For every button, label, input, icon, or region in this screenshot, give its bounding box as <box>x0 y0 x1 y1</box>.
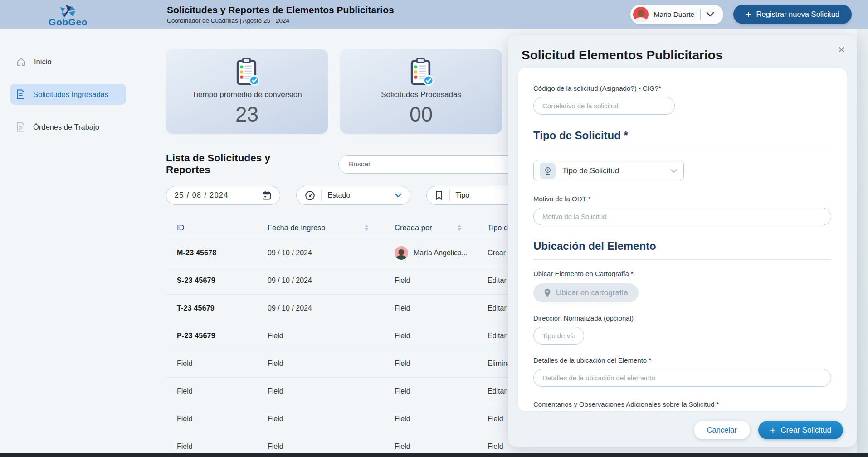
drawer-title: Solicitud Elementos Publicitarios <box>522 48 722 63</box>
cell-id: T-23 45679 <box>166 304 257 312</box>
cell-id: Field <box>166 442 257 451</box>
app-root: GobGeo Solicitudes y Reportes de Element… <box>0 0 868 457</box>
register-solicitud-button[interactable]: + Registrar nueva Solicitud <box>733 5 852 24</box>
creada-por-name: Field <box>395 387 410 395</box>
detalles-input[interactable] <box>533 369 831 387</box>
cell-creada-por: Field <box>384 442 477 451</box>
cell-creada-por: Field <box>384 387 477 395</box>
stat-label: Tiempo promedio de conversión <box>192 90 302 99</box>
cell-id: M-23 45678 <box>166 249 257 257</box>
user-name: Mario Duarte <box>654 10 695 19</box>
cell-fecha: Field <box>257 442 384 451</box>
register-button-label: Registrar nueva Solicitud <box>756 10 839 19</box>
ubicacion-heading: Ubicación del Elemento <box>533 240 831 260</box>
location-pin-icon <box>544 288 551 297</box>
creada-por-name: Field <box>395 332 410 340</box>
codigo-label: Código de la solicitud (Asignado?) - CIG… <box>533 84 831 92</box>
logo[interactable]: GobGeo <box>0 4 136 25</box>
row-avatar <box>395 246 408 260</box>
detalles-label: Detalles de la ubicación del Elemento * <box>533 356 831 364</box>
document-icon <box>16 89 25 99</box>
cell-creada-por: Field <box>384 277 477 285</box>
bottom-bar <box>0 453 868 457</box>
sidebar-item-inicio[interactable]: Inicio <box>10 51 126 72</box>
sidebar-item-label: Solicitudes Ingresadas <box>33 90 108 99</box>
cell-fecha: 09 / 10 / 2024 <box>257 304 384 312</box>
cell-fecha: Field <box>257 387 384 395</box>
estado-filter[interactable]: Estado <box>296 186 410 205</box>
bookmark-icon <box>435 190 443 200</box>
calendar-icon <box>262 190 272 200</box>
cartografia-label: Ubicar Elemento en Cartografía * <box>533 270 831 277</box>
creada-por-name: Field <box>395 415 410 423</box>
date-value: 25 / 08 / 2024 <box>175 191 229 199</box>
stat-label: Solicitudes Procesadas <box>381 90 461 99</box>
sidebar: Inicio Solicitudes Ingresadas Órdenes de… <box>0 29 136 453</box>
cell-fecha: 09 / 10 / 2024 <box>257 277 384 285</box>
page-subtitle: Coordinador de Cuadrillas | Agosto 25 - … <box>167 17 394 24</box>
creada-por-name: Field <box>395 277 410 285</box>
creada-por-name: Field <box>395 360 410 368</box>
creada-por-name: María Angélica... <box>414 249 468 257</box>
cell-creada-por: Field <box>384 304 477 312</box>
app-header: GobGeo Solicitudes y Reportes de Element… <box>0 0 868 29</box>
estado-label: Estado <box>328 191 351 199</box>
divider <box>321 190 322 201</box>
cell-id: Field <box>166 387 257 395</box>
cell-fecha: Field <box>257 360 384 368</box>
sort-icon[interactable] <box>365 225 368 231</box>
user-menu[interactable]: Mario Duarte <box>630 5 723 24</box>
drawer-footer: Cancelar + Crear Solicitud <box>694 421 843 439</box>
sort-icon[interactable] <box>458 225 461 231</box>
direccion-label: Dirección Normalizada (opcional) <box>533 314 831 322</box>
logo-text: GobGeo <box>49 19 88 25</box>
cancel-button[interactable]: Cancelar <box>694 421 750 439</box>
clipboard-check-icon <box>234 58 259 87</box>
tipo-solicitud-dropdown[interactable]: Tipo de Solicitud <box>533 160 684 181</box>
creada-por-name: Field <box>395 442 410 451</box>
direccion-input[interactable] <box>533 327 584 345</box>
create-button-label: Crear Solicitud <box>781 426 832 435</box>
cell-id: S-23 45679 <box>166 277 257 285</box>
cell-fecha: Field <box>257 415 384 423</box>
stat-card-tiempo-conversion: Tiempo promedio de conversión 23 <box>166 49 328 134</box>
sidebar-item-solicitudes-ingresadas[interactable]: Solicitudes Ingresadas <box>10 84 126 105</box>
background-strip <box>857 29 868 453</box>
user-avatar <box>633 7 649 22</box>
cell-id: Field <box>166 415 257 423</box>
motivo-input[interactable] <box>533 208 831 225</box>
location-pin-outline-icon <box>540 163 556 179</box>
cell-creada-por: Field <box>384 360 477 368</box>
creada-por-name: Field <box>395 304 410 312</box>
solicitud-form: Código de la solicitud (Asignado?) - CIG… <box>518 68 847 411</box>
plus-icon: + <box>746 10 751 19</box>
chevron-down-icon <box>706 12 714 17</box>
cell-creada-por: María Angélica... <box>384 246 477 260</box>
motivo-label: Motivo de la ODT * <box>533 195 831 203</box>
codigo-input[interactable] <box>533 97 675 115</box>
sidebar-item-label: Órdenes de Trabajo <box>33 123 99 131</box>
home-icon <box>16 57 26 67</box>
cell-id: Field <box>166 360 257 368</box>
create-solicitud-button[interactable]: + Crear Solicitud <box>758 421 843 439</box>
column-header-creada[interactable]: Creada por <box>384 224 477 232</box>
tipo-label: Tipo <box>456 191 470 199</box>
column-header-fecha[interactable]: Fecha de ingreso <box>257 224 384 232</box>
cell-id: P-23 45679 <box>166 332 257 340</box>
stat-card-solicitudes-procesadas: Solicitudes Procesadas 00 <box>340 49 502 134</box>
divider <box>700 9 701 20</box>
list-title: Lista de Solicitudes y Reportes <box>166 152 304 176</box>
close-icon[interactable]: × <box>838 44 845 55</box>
cell-creada-por: Field <box>384 332 477 340</box>
chevron-down-icon <box>395 193 402 198</box>
document-icon <box>16 122 25 132</box>
column-header-id[interactable]: ID <box>166 224 257 232</box>
date-filter[interactable]: 25 / 08 / 2024 <box>166 186 280 205</box>
dropdown-selected-value: Tipo de Solicitud <box>562 166 619 175</box>
ubicar-cartografia-button[interactable]: Ubicar en cartografía <box>533 283 639 302</box>
cell-creada-por: Field <box>384 415 477 423</box>
tipo-solicitud-heading: Tipo de Solicitud * <box>533 129 831 149</box>
plus-icon: + <box>770 426 776 435</box>
sidebar-item-ordenes-de-trabajo[interactable]: Órdenes de Trabajo <box>10 117 126 137</box>
clipboard-check-icon <box>409 58 434 87</box>
